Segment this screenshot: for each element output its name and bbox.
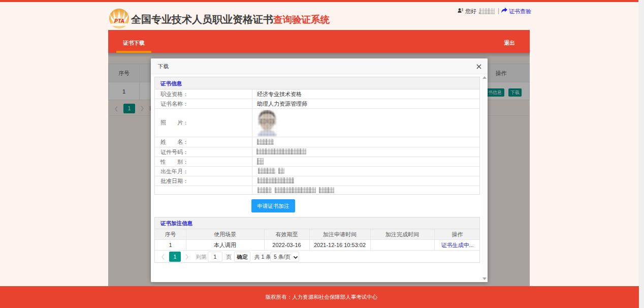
svg-text:PTA: PTA (114, 18, 124, 24)
